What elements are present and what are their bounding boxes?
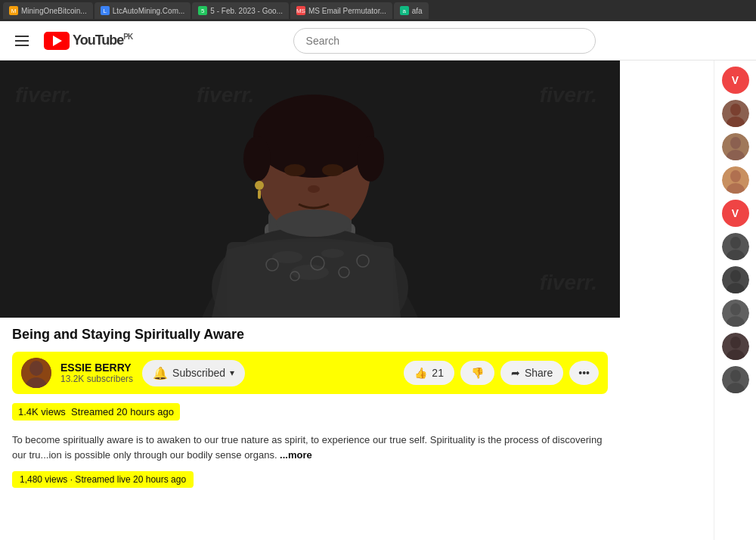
channel-subscriber-count: 13.2K subscribers: [60, 374, 133, 384]
svg-point-16: [308, 185, 320, 193]
video-info-section: Being and Staying Spiritually Aware ESSI…: [0, 318, 620, 497]
more-link[interactable]: ...more: [280, 449, 312, 461]
channel-info: ESSIE BERRY 13.2K subscribers: [60, 362, 133, 384]
svg-point-44: [730, 303, 741, 315]
chevron-down-icon: ▾: [230, 368, 234, 378]
channel-avatar[interactable]: [21, 358, 51, 388]
tooltip-views: 1,480 views · Streamed live 20 hours ago: [12, 471, 194, 488]
svg-point-14: [284, 164, 305, 176]
svg-point-11: [253, 95, 374, 178]
sidebar-avatar-3-svg: [722, 166, 749, 194]
sidebar-avatar-6-svg: [722, 266, 749, 293]
hamburger-line-3: [15, 45, 29, 46]
sidebar-avatar-7-svg: [722, 299, 749, 327]
video-thumbnail[interactable]: fiverr. fiverr. fiverr. fiverr.: [0, 61, 620, 318]
tab-icon-feb: 5: [198, 6, 207, 15]
video-description: To become spiritually aware is to awaken…: [12, 433, 608, 462]
svg-rect-18: [258, 190, 261, 199]
sidebar-avatar-3[interactable]: [722, 166, 749, 194]
stream-time: Streamed 20 hours ago: [71, 406, 174, 417]
tab-label-afa: afa: [412, 7, 423, 15]
youtube-logo-text: YouTubePK: [73, 33, 132, 48]
subscribe-button[interactable]: 🔔 Subscribed ▾: [142, 360, 245, 386]
sidebar-avatar-5-svg: [722, 233, 749, 260]
thumbs-down-icon: 👎: [471, 367, 484, 379]
browser-tab-bar: M MiningOneBitcoin... L LtcAutoMining.Co…: [0, 0, 756, 21]
like-button[interactable]: 👍 21: [404, 361, 454, 385]
svg-point-41: [730, 270, 741, 282]
video-area: fiverr. fiverr. fiverr. fiverr.: [0, 61, 714, 540]
sidebar-avatar-2-svg: [722, 133, 749, 160]
tab-icon-afa: a: [400, 6, 409, 15]
hamburger-menu[interactable]: [12, 33, 32, 49]
sidebar-avatar-9[interactable]: [722, 366, 749, 393]
tab-afa[interactable]: a afa: [394, 2, 429, 19]
svg-point-19: [276, 209, 352, 237]
svg-point-50: [730, 370, 741, 382]
tab-label-ltc: LtcAutoMining.Com...: [113, 7, 185, 15]
svg-point-47: [730, 337, 741, 349]
tab-icon-mining: M: [9, 6, 18, 15]
tab-feb[interactable]: 5 5 - Feb. 2023 - Goo...: [192, 2, 289, 19]
bell-icon: 🔔: [153, 366, 168, 380]
svg-point-15: [322, 164, 343, 176]
action-buttons: 👍 21 👎 ➦ Share •••: [404, 361, 599, 385]
share-button[interactable]: ➦ Share: [500, 361, 563, 385]
svg-point-26: [29, 361, 43, 376]
svg-point-29: [730, 104, 741, 116]
hamburger-line-2: [15, 40, 29, 42]
sidebar-avatar-8[interactable]: [722, 333, 749, 360]
stats-section: 1.4K views Streamed 20 hours ago: [12, 403, 608, 427]
tab-email[interactable]: MS MS Email Permutator...: [290, 2, 392, 19]
youtube-logo[interactable]: YouTubePK: [44, 32, 132, 50]
svg-point-13: [357, 136, 384, 182]
svg-point-12: [243, 136, 271, 182]
video-stats: 1.4K views Streamed 20 hours ago: [12, 403, 180, 421]
tab-icon-ltc: L: [101, 6, 110, 15]
main-content: fiverr. fiverr. fiverr. fiverr.: [0, 61, 756, 540]
svg-point-35: [730, 170, 741, 182]
search-input[interactable]: [293, 28, 596, 54]
sidebar-avatar-4[interactable]: V: [722, 200, 749, 227]
more-dots-icon: •••: [578, 367, 590, 379]
tab-mining[interactable]: M MiningOneBitcoin...: [3, 2, 93, 19]
channel-name: ESSIE BERRY: [60, 362, 133, 374]
like-count: 21: [432, 367, 444, 379]
subscribe-label: Subscribed: [172, 367, 225, 379]
description-suffix: ion is possible only through our bodily …: [48, 449, 280, 461]
tooltip-container: 1,480 views · Streamed live 20 hours ago: [12, 468, 608, 488]
video-title: Being and Staying Spiritually Aware: [12, 327, 608, 343]
sidebar-avatar-1[interactable]: [722, 100, 749, 127]
tab-ltc[interactable]: L LtcAutoMining.Com...: [94, 2, 191, 19]
tab-label-email: MS Email Permutator...: [308, 7, 386, 15]
sidebar-avatar-1-svg: [722, 100, 749, 127]
more-options-button[interactable]: •••: [569, 361, 599, 385]
channel-avatar-svg: [21, 358, 51, 388]
thumbs-up-icon: 👍: [414, 367, 427, 379]
youtube-pk-badge: PK: [123, 33, 132, 41]
share-icon: ➦: [511, 367, 520, 379]
share-label: Share: [525, 367, 553, 379]
view-count: 1.4K views: [18, 406, 66, 417]
svg-point-32: [730, 137, 741, 149]
tab-icon-email: MS: [296, 6, 305, 15]
sidebar-avatar-8-svg: [722, 333, 749, 360]
description-ellipsis: ...: [41, 449, 49, 461]
youtube-logo-icon: [44, 32, 70, 50]
dislike-button[interactable]: 👎: [460, 361, 494, 385]
tab-label-feb: 5 - Feb. 2023 - Goo...: [210, 7, 283, 15]
channel-row: ESSIE BERRY 13.2K subscribers 🔔 Subscrib…: [12, 352, 608, 394]
svg-point-38: [730, 237, 741, 249]
video-person-svg: [0, 61, 620, 318]
right-sidebar: V V: [714, 61, 756, 540]
tab-label-mining: MiningOneBitcoin...: [21, 7, 87, 15]
sidebar-avatar-2[interactable]: [722, 133, 749, 160]
sidebar-avatar-6[interactable]: [722, 266, 749, 293]
sidebar-avatar-9-svg: [722, 366, 749, 393]
hamburger-line-1: [15, 36, 29, 37]
sidebar-avatar-5[interactable]: [722, 233, 749, 260]
sidebar-avatar-7[interactable]: [722, 299, 749, 327]
sidebar-avatar-0[interactable]: V: [722, 67, 749, 94]
youtube-header: YouTubePK: [0, 21, 756, 61]
svg-point-17: [255, 181, 264, 190]
